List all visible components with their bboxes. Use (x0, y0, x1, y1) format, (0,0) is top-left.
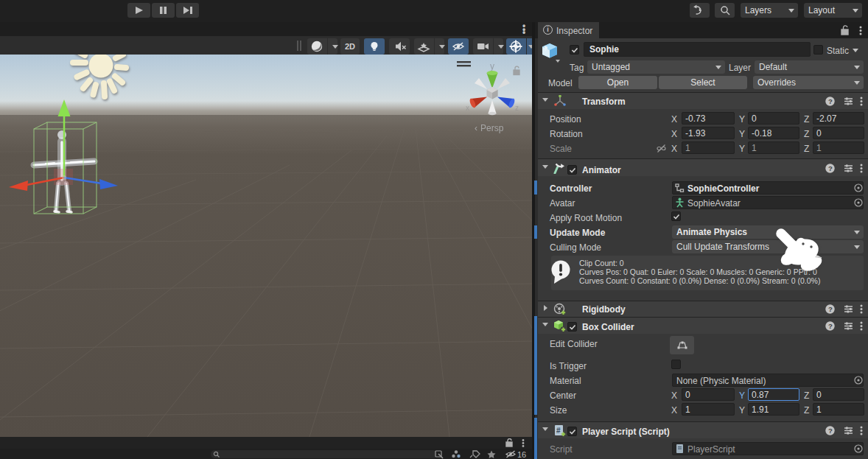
svg-text:z: z (515, 104, 519, 112)
svg-text:#: # (556, 427, 561, 435)
svg-text:‹: ‹ (475, 123, 477, 133)
svg-text:16: 16 (517, 450, 526, 459)
svg-text:x: x (466, 104, 469, 112)
svg-text:y: y (490, 61, 494, 71)
svg-text:Persp: Persp (480, 123, 504, 133)
